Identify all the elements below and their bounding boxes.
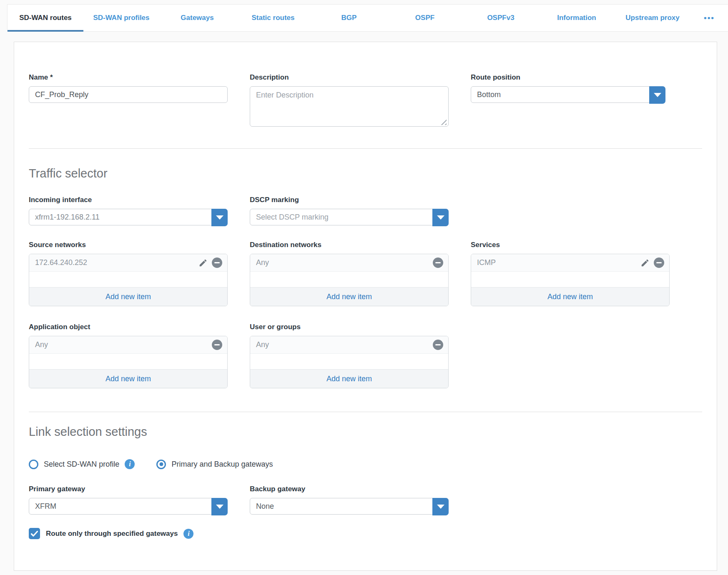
description-textarea[interactable]: [250, 86, 449, 127]
tab-static-routes[interactable]: Static routes: [235, 5, 311, 31]
add-new-item-button[interactable]: Add new item: [250, 369, 448, 388]
remove-minus-icon[interactable]: [212, 258, 222, 268]
list-item-value: Any: [256, 340, 433, 349]
dscp-marking-label: DSCP marking: [250, 196, 449, 204]
listbox-empty-area: [250, 272, 448, 287]
chevron-down-icon: [654, 93, 661, 97]
radio-primary-backup-gateways[interactable]: Primary and Backup gateways: [156, 460, 273, 469]
chevron-down-icon: [437, 505, 444, 509]
edit-pencil-icon[interactable]: [198, 258, 208, 268]
primary-gateway-select[interactable]: XFRM: [29, 498, 228, 515]
tab-gateways[interactable]: Gateways: [159, 5, 235, 31]
incoming-interface-value: xfrm1-192.168.2.11: [35, 213, 100, 222]
destination-networks-label: Destination networks: [250, 241, 449, 249]
info-icon[interactable]: [183, 529, 193, 539]
listbox-empty-area: [471, 272, 669, 287]
incoming-interface-select[interactable]: xfrm1-192.168.2.11: [29, 209, 228, 225]
description-field-group: Description: [250, 73, 449, 128]
primary-gateway-label: Primary gateway: [29, 485, 228, 493]
chevron-down-icon: [216, 215, 223, 220]
dscp-marking-select[interactable]: Select DSCP marking: [250, 209, 449, 225]
add-new-item-button[interactable]: Add new item: [471, 287, 669, 306]
services-label: Services: [471, 241, 670, 249]
tab-upstream-proxy[interactable]: Upstream proxy: [615, 5, 690, 31]
remove-minus-icon[interactable]: [654, 258, 664, 268]
sdwan-route-form-panel: Name * Description Route position Bottom…: [14, 42, 717, 571]
user-groups-label: User or groups: [250, 323, 449, 331]
source-networks-listbox: 172.64.240.252 Add new item: [29, 254, 228, 306]
backup-gateway-label: Backup gateway: [250, 485, 449, 493]
source-networks-group: Source networks 172.64.240.252 Add new i…: [29, 241, 228, 306]
tab-sdwan-profiles[interactable]: SD-WAN profiles: [83, 5, 159, 31]
networks-services-row: Source networks 172.64.240.252 Add new i…: [29, 241, 702, 306]
list-item-value: 172.64.240.252: [35, 258, 198, 267]
application-object-group: Application object Any Add new item: [29, 323, 228, 388]
name-field-group: Name *: [29, 73, 228, 128]
route-only-label: Route only through specified gateways: [46, 530, 178, 538]
incoming-interface-dropdown-button[interactable]: [211, 209, 228, 226]
radio-selected-icon[interactable]: [156, 460, 166, 469]
route-position-dropdown-button[interactable]: [649, 86, 665, 104]
listbox-empty-area: [29, 272, 227, 287]
traffic-selector-heading: Traffic selector: [29, 166, 702, 180]
backup-gateway-group: Backup gateway None: [250, 485, 449, 515]
tab-ospfv3[interactable]: OSPFv3: [463, 5, 539, 31]
backup-gateway-value: None: [256, 502, 274, 511]
tab-ospf[interactable]: OSPF: [387, 5, 463, 31]
name-label: Name *: [29, 73, 228, 82]
primary-gateway-value: XFRM: [35, 502, 56, 511]
radio-select-sdwan-profile[interactable]: Select SD-WAN profile: [29, 459, 135, 469]
primary-gateway-dropdown-button[interactable]: [211, 498, 228, 515]
checkbox-checked-icon[interactable]: [29, 528, 40, 539]
backup-gateway-dropdown-button[interactable]: [432, 498, 449, 515]
route-position-select[interactable]: Bottom: [471, 86, 665, 103]
description-label: Description: [250, 73, 449, 82]
list-item: Any: [29, 336, 227, 354]
remove-minus-icon[interactable]: [433, 258, 443, 268]
traffic-selects-row: Incoming interface xfrm1-192.168.2.11 DS…: [29, 196, 702, 225]
section-divider: [29, 412, 702, 412]
services-group: Services ICMP Add new item: [471, 241, 670, 306]
link-selection-heading: Link selection settings: [29, 425, 702, 439]
app-user-row: Application object Any Add new item User…: [29, 323, 702, 388]
radio-label: Select SD-WAN profile: [44, 460, 119, 469]
route-position-field-group: Route position Bottom: [471, 73, 670, 128]
backup-gateway-select[interactable]: None: [250, 498, 449, 515]
section-divider: [29, 148, 702, 149]
remove-minus-icon[interactable]: [433, 340, 443, 350]
destination-networks-group: Destination networks Any Add new item: [250, 241, 449, 306]
list-item-value: Any: [256, 258, 433, 267]
add-new-item-button[interactable]: Add new item: [29, 369, 227, 388]
dscp-marking-group: DSCP marking Select DSCP marking: [250, 196, 449, 225]
more-tabs-icon[interactable]: •••: [690, 5, 728, 31]
tab-sdwan-routes[interactable]: SD-WAN routes: [8, 5, 83, 31]
user-groups-listbox: Any Add new item: [250, 336, 449, 388]
application-object-label: Application object: [29, 323, 228, 331]
list-item: Any: [250, 336, 448, 354]
add-new-item-button[interactable]: Add new item: [250, 287, 448, 306]
incoming-interface-group: Incoming interface xfrm1-192.168.2.11: [29, 196, 228, 225]
remove-minus-icon[interactable]: [212, 340, 222, 350]
name-input[interactable]: [29, 86, 228, 103]
add-new-item-button[interactable]: Add new item: [29, 287, 227, 306]
general-fields-row: Name * Description Route position Bottom: [29, 73, 702, 128]
list-item: 172.64.240.252: [29, 254, 227, 272]
radio-label: Primary and Backup gateways: [171, 460, 273, 469]
list-item-value: Any: [35, 340, 212, 349]
radio-unselected-icon[interactable]: [29, 460, 38, 469]
tab-bgp[interactable]: BGP: [311, 5, 387, 31]
edit-pencil-icon[interactable]: [640, 258, 650, 268]
description-textarea-wrap: [250, 86, 449, 128]
dscp-marking-dropdown-button[interactable]: [432, 209, 449, 226]
list-item: ICMP: [471, 254, 669, 272]
list-item: Any: [250, 254, 448, 272]
incoming-interface-label: Incoming interface: [29, 196, 228, 204]
info-icon[interactable]: [125, 459, 135, 469]
route-only-checkbox-row: Route only through specified gateways: [29, 528, 702, 539]
route-position-value: Bottom: [477, 90, 501, 99]
tab-information[interactable]: Information: [539, 5, 615, 31]
source-networks-label: Source networks: [29, 241, 228, 249]
dscp-marking-value: Select DSCP marking: [256, 213, 329, 222]
listbox-empty-area: [250, 354, 448, 369]
services-listbox: ICMP Add new item: [471, 254, 670, 306]
